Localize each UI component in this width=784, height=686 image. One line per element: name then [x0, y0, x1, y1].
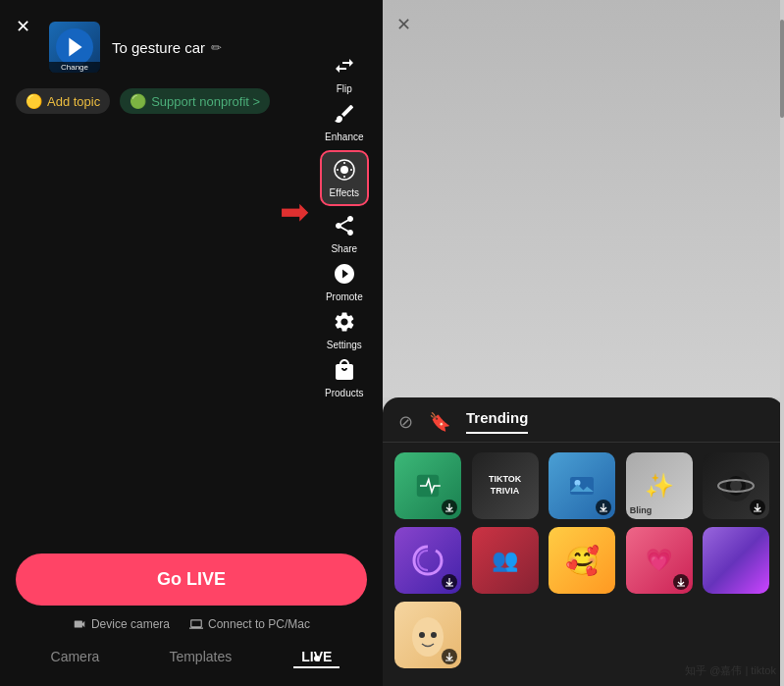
- watermark: 知乎 @嘉伟 | tiktok: [685, 663, 776, 678]
- scrollbar-thumb[interactable]: [780, 20, 784, 118]
- bookmark-icon[interactable]: 🔖: [429, 411, 450, 433]
- support-icon: 🟢: [130, 93, 146, 109]
- no-effect-icon[interactable]: ⊘: [398, 411, 413, 433]
- support-label: Support nonprofit >: [151, 94, 260, 109]
- active-tab-indicator: [314, 656, 320, 661]
- change-label[interactable]: Change: [49, 62, 100, 73]
- effect-item[interactable]: [394, 452, 461, 519]
- tab-templates[interactable]: Templates: [161, 647, 239, 666]
- promote-button[interactable]: Promote: [326, 262, 363, 302]
- device-row: Device camera Connect to PC/Mac: [16, 617, 367, 631]
- connect-pc-label: Connect to PC/Mac: [208, 617, 310, 631]
- right-panel: ✕ ⊘ 🔖 Trending TIKTOKTRIVIA: [383, 0, 784, 686]
- connect-pc-option[interactable]: Connect to PC/Mac: [189, 617, 310, 631]
- effect-item[interactable]: TIKTOKTRIVIA: [472, 452, 539, 519]
- arrow-indicator: ➡: [280, 191, 309, 233]
- bottom-tabs: Camera Templates LIVE: [16, 643, 367, 666]
- effect-item[interactable]: [394, 602, 461, 668]
- promote-label: Promote: [326, 291, 363, 302]
- share-button[interactable]: Share: [331, 214, 357, 254]
- go-live-button[interactable]: Go LIVE: [16, 554, 367, 606]
- left-panel: ✕ Change To gesture car ✏ 🟡 Add topic: [0, 0, 383, 686]
- device-camera-option[interactable]: Device camera: [73, 617, 170, 631]
- products-button[interactable]: Products: [325, 358, 363, 398]
- effects-grid: TIKTOKTRIVIA ✨ Bling: [383, 443, 784, 678]
- effect-item[interactable]: [703, 452, 769, 519]
- svg-rect-4: [570, 477, 594, 495]
- scrollbar[interactable]: [780, 0, 784, 686]
- topic-icon: 🟡: [26, 93, 42, 109]
- effect-item[interactable]: [549, 452, 615, 519]
- effect-item[interactable]: [703, 527, 769, 594]
- effect-item[interactable]: 🥰: [549, 527, 615, 594]
- camera-close-button[interactable]: ✕: [396, 14, 411, 35]
- close-button[interactable]: ✕: [16, 16, 30, 37]
- settings-label: Settings: [327, 340, 362, 350]
- enhance-button[interactable]: Enhance: [325, 102, 363, 142]
- add-topic-label: Add topic: [47, 94, 100, 109]
- promote-icon: [333, 262, 356, 290]
- svg-point-2: [340, 166, 348, 174]
- right-icons: Flip Enhance Effects Share: [320, 54, 369, 398]
- svg-point-11: [419, 632, 425, 638]
- enhance-label: Enhance: [325, 132, 363, 142]
- avatar-container: Change: [49, 22, 100, 73]
- share-icon: [333, 214, 356, 241]
- camera-preview: ✕: [383, 0, 784, 397]
- effect-item[interactable]: 👥: [472, 527, 539, 594]
- settings-icon: [333, 310, 356, 338]
- effects-panel: ⊘ 🔖 Trending TIKTOKTRIVIA ✨ Bling: [383, 397, 784, 686]
- effects-tabs: ⊘ 🔖 Trending: [383, 409, 784, 443]
- bottom-area: Go LIVE Device camera Connect to PC/Mac …: [0, 554, 383, 686]
- flip-icon: [333, 54, 356, 81]
- effect-item[interactable]: 💗: [626, 527, 693, 594]
- flip-button[interactable]: Flip: [333, 54, 356, 94]
- effects-icon: [333, 158, 356, 185]
- effects-label: Effects: [330, 187, 359, 198]
- support-nonprofit-button[interactable]: 🟢 Support nonprofit >: [120, 88, 270, 114]
- effects-button[interactable]: Effects: [320, 150, 369, 206]
- svg-point-10: [412, 617, 444, 657]
- add-topic-button[interactable]: 🟡 Add topic: [16, 88, 110, 114]
- share-label: Share: [331, 243, 357, 254]
- svg-point-12: [431, 632, 437, 638]
- products-label: Products: [325, 388, 363, 398]
- settings-button[interactable]: Settings: [327, 310, 362, 350]
- effect-item[interactable]: [394, 527, 461, 594]
- effect-item[interactable]: ✨ Bling: [626, 452, 693, 519]
- edit-icon[interactable]: ✏: [211, 40, 222, 55]
- video-title: To gesture car ✏: [112, 39, 222, 56]
- enhance-icon: [333, 102, 356, 130]
- trending-tab[interactable]: Trending: [466, 409, 528, 434]
- tab-camera[interactable]: Camera: [43, 647, 108, 666]
- device-camera-label: Device camera: [91, 617, 170, 631]
- svg-point-8: [730, 480, 742, 492]
- flip-label: Flip: [337, 83, 352, 94]
- products-icon: [333, 358, 356, 386]
